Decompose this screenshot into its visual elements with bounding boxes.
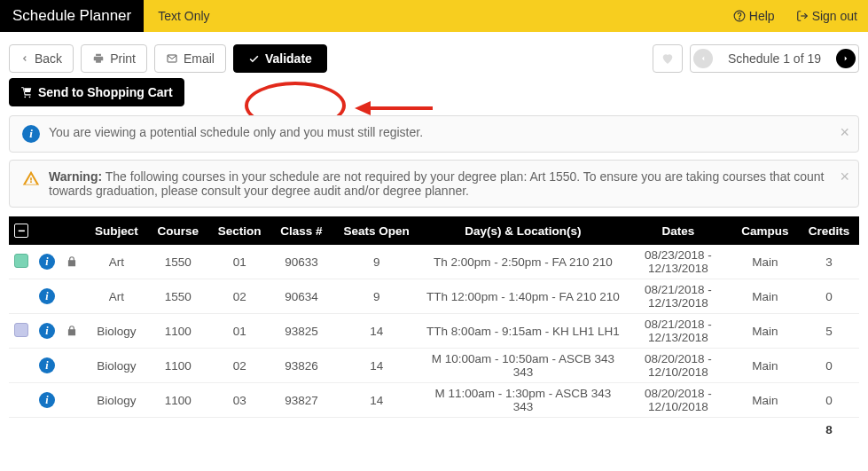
cell-course: 1550	[148, 245, 208, 279]
toolbar: Back Print Email Validate	[9, 44, 859, 73]
cell-credits: 5	[799, 314, 859, 349]
email-button[interactable]: Email	[154, 44, 226, 73]
email-icon	[166, 53, 178, 64]
cell-class-no: 93825	[271, 314, 332, 349]
sign-out-icon	[796, 10, 809, 22]
col-section: Section	[208, 216, 271, 245]
close-icon[interactable]: ×	[840, 123, 849, 142]
print-icon	[92, 52, 105, 65]
help-link[interactable]: Help	[723, 0, 786, 32]
cell-seats: 14	[332, 349, 421, 383]
info-icon: i	[22, 125, 40, 143]
close-icon[interactable]: ×	[840, 168, 849, 186]
cell-subject: Biology	[85, 314, 148, 349]
col-course: Course	[148, 216, 208, 245]
schedule-table-wrap: − Subject Course Section Class # Seats O…	[0, 208, 868, 451]
cell-course: 1100	[148, 383, 208, 418]
favorite-button[interactable]	[653, 44, 683, 73]
table-row: iArt155002906349TTh 12:00pm - 1:40pm - F…	[9, 279, 859, 314]
cell-days: Th 2:00pm - 2:50pm - FA 210 210	[421, 245, 625, 279]
cart-icon	[20, 86, 33, 98]
cell-course: 1100	[148, 314, 208, 349]
lock-icon[interactable]	[66, 255, 80, 268]
cell-credits: 3	[799, 245, 859, 279]
lock-icon[interactable]	[66, 325, 80, 337]
cell-seats: 14	[332, 383, 421, 418]
cell-days: M 11:00am - 1:30pm - ASCB 343 343	[421, 383, 625, 418]
table-row: iBiology1100029382614M 10:00am - 10:50am…	[9, 349, 859, 383]
app-brand: Schedule Planner	[0, 0, 144, 32]
chevron-left-icon	[20, 53, 29, 64]
col-class-no: Class #	[271, 216, 332, 245]
email-label: Email	[184, 51, 215, 66]
help-icon	[733, 10, 746, 22]
warning-body: The following courses in your schedule a…	[49, 169, 824, 198]
send-to-cart-button[interactable]: Send to Shopping Cart	[9, 78, 184, 106]
cell-credits: 0	[799, 383, 859, 418]
cell-dates: 08/21/2018 - 12/13/2018	[625, 314, 731, 349]
info-icon[interactable]: i	[39, 323, 55, 339]
cell-class-no: 93826	[271, 349, 332, 383]
cell-class-no: 93827	[271, 383, 332, 418]
svg-point-1	[739, 19, 739, 20]
col-credits: Credits	[799, 216, 859, 245]
warning-alert-text: Warning: The following courses in your s…	[49, 169, 846, 198]
svg-point-4	[24, 96, 26, 98]
cell-section: 03	[208, 383, 271, 418]
cell-course: 1100	[148, 349, 208, 383]
cell-days: TTh 12:00pm - 1:40pm - FA 210 210	[421, 279, 625, 314]
cell-campus: Main	[731, 279, 799, 314]
info-icon[interactable]: i	[39, 254, 55, 270]
sign-out-link[interactable]: Sign out	[786, 0, 868, 32]
cell-section: 02	[208, 279, 271, 314]
back-label: Back	[35, 51, 62, 66]
back-button[interactable]: Back	[9, 44, 74, 73]
schedule-counter: Schedule 1 of 19	[716, 51, 833, 66]
cell-class-no: 90633	[271, 245, 332, 279]
sign-out-label: Sign out	[812, 9, 857, 23]
col-seats: Seats Open	[332, 216, 421, 245]
info-icon[interactable]: i	[39, 392, 55, 408]
schedule-table: − Subject Course Section Class # Seats O…	[9, 216, 859, 442]
col-days: Day(s) & Location(s)	[421, 216, 625, 245]
info-icon[interactable]: i	[39, 357, 55, 373]
total-credits: 8	[799, 418, 859, 443]
validate-button[interactable]: Validate	[233, 44, 327, 73]
check-icon	[248, 53, 260, 65]
text-only-link[interactable]: Text Only	[144, 0, 223, 32]
table-row: iArt155001906339Th 2:00pm - 2:50pm - FA …	[9, 245, 859, 279]
print-button[interactable]: Print	[81, 44, 147, 73]
collapse-icon: −	[14, 224, 28, 238]
schedule-prev-button[interactable]	[691, 45, 716, 72]
schedule-next-button[interactable]	[833, 45, 858, 72]
svg-marker-7	[355, 101, 371, 115]
col-dates: Dates	[625, 216, 731, 245]
table-row: iBiology1100019382514TTh 8:00am - 9:15am…	[9, 314, 859, 349]
cell-course: 1550	[148, 279, 208, 314]
warning-alert: Warning: The following courses in your s…	[9, 160, 859, 208]
cell-campus: Main	[731, 314, 799, 349]
annotation-arrow	[355, 99, 434, 117]
cell-seats: 9	[332, 245, 421, 279]
cell-days: TTh 8:00am - 9:15am - KH LH1 LH1	[421, 314, 625, 349]
cell-subject: Biology	[85, 349, 148, 383]
heart-icon	[661, 51, 675, 66]
color-swatch	[14, 254, 28, 268]
cell-credits: 0	[799, 349, 859, 383]
cell-dates: 08/20/2018 - 12/10/2018	[625, 383, 731, 418]
info-icon[interactable]: i	[39, 288, 55, 304]
cell-days: M 10:00am - 10:50am - ASCB 343 343	[421, 349, 625, 383]
validate-label: Validate	[265, 51, 312, 66]
schedule-navigator: Schedule 1 of 19	[690, 44, 859, 73]
cell-seats: 9	[332, 279, 421, 314]
cell-subject: Biology	[85, 383, 148, 418]
warning-label: Warning:	[49, 169, 102, 184]
info-alert: i You are viewing a potential schedule o…	[9, 115, 859, 153]
collapse-all-header[interactable]: −	[9, 216, 34, 245]
col-subject: Subject	[85, 216, 148, 245]
cell-section: 01	[208, 245, 271, 279]
warning-icon	[22, 169, 40, 187]
alerts-region: i You are viewing a potential schedule o…	[0, 115, 868, 208]
info-alert-text: You are viewing a potential schedule onl…	[49, 125, 423, 139]
cell-credits: 0	[799, 279, 859, 314]
